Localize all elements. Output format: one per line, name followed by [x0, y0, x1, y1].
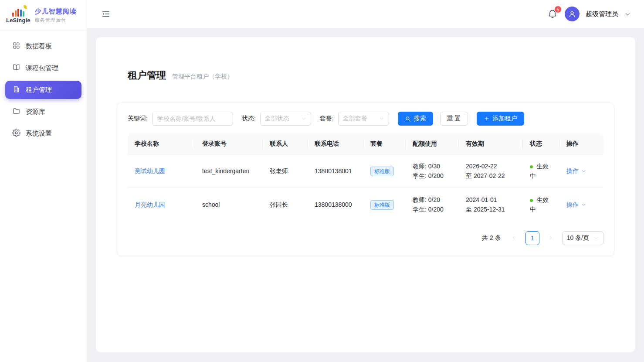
col-phone: 联系电话: [308, 134, 363, 154]
add-tenant-button[interactable]: 添加租户: [477, 112, 524, 126]
status-badge: 生效中: [530, 163, 549, 179]
content-area: 租户管理 管理平台租户（学校） 关键词: 状态: 全部状态 套餐: 全部套餐: [87, 28, 644, 362]
table-row: 月亮幼儿园 school 张园长 13800138000 标准版 教师: 0/2…: [128, 188, 603, 222]
plan-select[interactable]: 全部套餐: [338, 112, 389, 126]
pagination-prev-button[interactable]: [508, 232, 520, 244]
contact-phone: 13800138001: [308, 154, 363, 188]
gear-icon: [12, 129, 20, 138]
status-badge: 生效中: [530, 196, 549, 213]
plan-badge: 标准版: [370, 200, 394, 210]
status-dot: [530, 199, 533, 202]
notification-badge: 5: [554, 6, 562, 13]
quota-usage: 教师: 0/20 学生: 0/200: [406, 188, 459, 222]
sidebar-menu: 数据看板 课程包管理 租户管理 资源库 系统设置: [0, 31, 87, 152]
school-name-link[interactable]: 测试幼儿园: [135, 167, 165, 174]
col-school-name: 学校名称: [128, 134, 195, 154]
col-login-account: 登录账号: [195, 134, 263, 154]
col-quota: 配额使用: [406, 134, 459, 154]
page-title: 租户管理: [128, 69, 166, 82]
sidebar: LeSingle 少儿智慧阅读 服务管理后台 数据看板 课程包管理 租户管理 资…: [0, 0, 87, 362]
contact-phone: 13800138000: [308, 188, 363, 222]
col-validity: 有效期: [459, 134, 523, 154]
dashboard-grid-icon: [12, 41, 20, 51]
sidebar-item-tenants[interactable]: 租户管理: [5, 81, 81, 99]
app-logo: LeSingle 少儿智慧阅读 服务管理后台: [0, 0, 87, 31]
pagination-total: 共 2 条: [482, 234, 501, 242]
quota-usage: 教师: 0/30 学生: 0/200: [406, 154, 459, 188]
col-plan: 套餐: [363, 134, 406, 154]
sidebar-item-label: 租户管理: [26, 86, 52, 94]
plan-label: 套餐:: [320, 115, 334, 123]
sidebar-item-label: 资源库: [26, 108, 45, 116]
status-label: 状态:: [242, 115, 256, 123]
search-button[interactable]: 搜索: [398, 112, 433, 126]
sidebar-item-label: 系统设置: [26, 130, 52, 138]
chevron-down-icon: [593, 236, 599, 241]
user-name[interactable]: 超级管理员: [586, 10, 618, 18]
school-name-link[interactable]: 月亮幼儿园: [135, 201, 165, 208]
validity-period: 2024-01-01 至 2025-12-31: [459, 188, 523, 222]
chevron-left-icon: [511, 235, 517, 241]
sidebar-item-settings[interactable]: 系统设置: [5, 124, 81, 143]
keyword-input[interactable]: [152, 112, 233, 126]
filter-bar: 关键词: 状态: 全部状态 套餐: 全部套餐 搜索: [128, 112, 603, 126]
chevron-down-icon: [581, 202, 586, 208]
sidebar-item-resources[interactable]: 资源库: [5, 102, 81, 121]
page-size-select[interactable]: 10 条/页: [562, 231, 603, 245]
user-menu-chevron-down-icon[interactable]: [624, 11, 631, 17]
building-icon: [12, 85, 20, 95]
sidebar-item-label: 课程包管理: [26, 64, 58, 72]
user-avatar[interactable]: [565, 7, 580, 21]
table-header-row: 学校名称 登录账号 联系人 联系电话 套餐 配额使用 有效期 状态 操作: [128, 134, 603, 154]
chevron-down-icon: [301, 116, 306, 121]
keyword-label: 关键词:: [128, 115, 148, 123]
top-header: 5 超级管理员: [87, 0, 644, 28]
contact-person: 张园长: [263, 188, 308, 222]
page-card: 租户管理 管理平台租户（学校） 关键词: 状态: 全部状态 套餐: 全部套餐: [96, 37, 635, 352]
tenant-table: 学校名称 登录账号 联系人 联系电话 套餐 配额使用 有效期 状态 操作: [128, 134, 603, 222]
pagination-next-button[interactable]: [545, 232, 557, 244]
sidebar-item-dashboard[interactable]: 数据看板: [5, 37, 81, 55]
col-actions: 操作: [559, 134, 603, 154]
chevron-down-icon: [379, 116, 384, 121]
notifications-button[interactable]: 5: [547, 8, 559, 20]
sidebar-item-label: 数据看板: [26, 42, 52, 51]
pagination-page-1[interactable]: 1: [525, 231, 539, 245]
table-row: 测试幼儿园 test_kindergarten 张老师 13800138001 …: [128, 154, 603, 188]
plan-badge: 标准版: [370, 167, 394, 176]
plus-icon: [484, 116, 490, 122]
validity-period: 2026-02-22 至 2027-02-22: [459, 154, 523, 188]
col-contact: 联系人: [263, 134, 308, 154]
status-select[interactable]: 全部状态: [260, 112, 311, 126]
sidebar-collapse-button[interactable]: [101, 9, 112, 19]
chevron-right-icon: [548, 235, 553, 241]
app-title: 少儿智慧阅读: [35, 7, 77, 16]
status-dot: [530, 165, 533, 168]
status-cell: 生效中: [523, 154, 559, 188]
sidebar-item-course-packages[interactable]: 课程包管理: [5, 59, 81, 77]
pagination: 共 2 条 1 10 条/页: [128, 222, 603, 245]
search-icon: [405, 116, 411, 122]
page-subtitle: 管理平台租户（学校）: [172, 73, 233, 81]
col-status: 状态: [523, 134, 559, 154]
login-account: school: [195, 188, 263, 222]
brand-logo-icon: LeSingle: [6, 7, 31, 24]
login-account: test_kindergarten: [195, 154, 263, 188]
folder-icon: [12, 107, 20, 116]
chevron-down-icon: [581, 168, 586, 174]
contact-person: 张老师: [263, 154, 308, 188]
status-cell: 生效中: [523, 188, 559, 222]
reset-button[interactable]: 重 置: [440, 112, 468, 126]
row-actions-dropdown[interactable]: 操作: [566, 200, 586, 209]
user-icon: [568, 10, 576, 18]
app-subtitle: 服务管理后台: [35, 17, 77, 24]
book-icon: [12, 63, 20, 73]
row-actions-dropdown[interactable]: 操作: [566, 166, 586, 176]
tenant-panel: 关键词: 状态: 全部状态 套餐: 全部套餐 搜索: [117, 102, 614, 256]
brand-name: LeSingle: [6, 17, 31, 24]
